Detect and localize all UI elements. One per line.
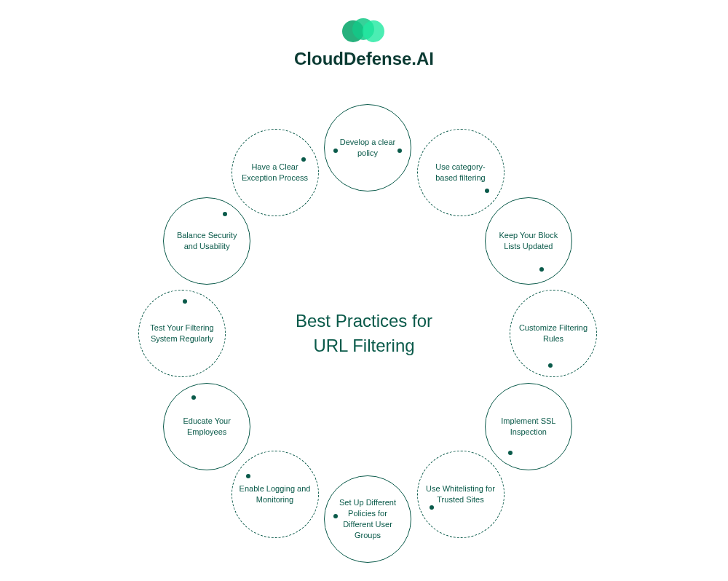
title-line-2: URL Filtering xyxy=(269,333,459,358)
practice-node: Develop a clear policy xyxy=(324,104,411,191)
connector-dot xyxy=(397,149,402,153)
practice-label: Enable Logging and Monitoring xyxy=(240,483,311,505)
practice-label: Educate Your Employees xyxy=(171,416,242,438)
connector-dot xyxy=(508,451,513,455)
practice-node: Use category-based filtering xyxy=(417,129,505,216)
connector-dot xyxy=(333,149,338,153)
practice-node: Balance Security and Usability xyxy=(163,197,250,285)
connector-dot xyxy=(191,395,196,400)
brand-name: CloudDefense.AI xyxy=(294,49,434,69)
connector-dot xyxy=(183,299,187,304)
practice-node: Keep Your Block Lists Updated xyxy=(485,197,572,285)
practice-label: Implement SSL Inspection xyxy=(493,416,564,438)
practice-node: Educate Your Employees xyxy=(163,383,250,470)
brand-logo: CloudDefense.AI xyxy=(294,18,434,69)
logo-icon xyxy=(342,18,386,44)
practice-node: Implement SSL Inspection xyxy=(485,383,572,470)
practice-node: Enable Logging and Monitoring xyxy=(232,451,319,538)
practice-node: Set Up Different Policies for Different … xyxy=(324,475,411,563)
connector-dot xyxy=(485,189,489,193)
practice-node: Test Your Filtering System Regularly xyxy=(138,290,226,377)
practice-label: Have a Clear Exception Process xyxy=(240,162,311,183)
practice-label: Set Up Different Policies for Different … xyxy=(332,497,403,540)
connector-dot xyxy=(301,157,306,162)
practice-node: Use Whitelisting for Trusted Sites xyxy=(417,451,505,538)
practice-label: Develop a clear policy xyxy=(332,137,403,159)
practice-label: Use Whitelisting for Trusted Sites xyxy=(425,483,496,505)
connector-dot xyxy=(548,363,553,368)
practice-label: Test Your Filtering System Regularly xyxy=(146,323,218,344)
practice-label: Customize Filtering Rules xyxy=(518,323,589,344)
practice-node: Customize Filtering Rules xyxy=(510,290,597,377)
practice-label: Balance Security and Usability xyxy=(171,230,242,252)
practice-node: Have a Clear Exception Process xyxy=(232,129,319,216)
practice-label: Keep Your Block Lists Updated xyxy=(493,230,564,252)
practice-label: Use category-based filtering xyxy=(425,162,496,183)
diagram-title: Best Practices for URL Filtering xyxy=(269,309,459,357)
title-line-1: Best Practices for xyxy=(269,309,459,333)
